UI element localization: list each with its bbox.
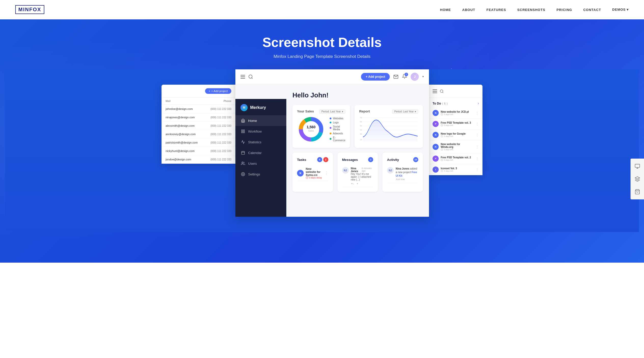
reply-icon[interactable] (351, 182, 354, 185)
sidebar-item-statistics[interactable]: Statistics (235, 137, 286, 147)
sales-title: Your Sales (297, 109, 314, 113)
settings-icon (241, 172, 245, 176)
task-name: New website for Symu.co (306, 167, 322, 176)
bottom-cards-row: Tasks 5 2 N N (292, 152, 423, 192)
todo-avatar: I (433, 167, 439, 173)
tasks-card: Tasks 5 2 N N (292, 152, 333, 192)
legend-social: Social Media (330, 125, 345, 131)
nav-menu: HOME ABOUT FEATURES SCREENSHOTS PRICING … (440, 7, 629, 12)
todo-name: Free PSD Template vol. 3 (441, 121, 473, 124)
panel-main: + Add project 2 J (235, 69, 429, 217)
legend-websites: Websites (330, 117, 345, 120)
line-chart: 700 600 500 400 300 100 (359, 115, 418, 141)
clock-small-icon (441, 159, 443, 161)
right-sidebar (630, 159, 644, 199)
avatar-dropdown-icon[interactable]: ▾ (422, 75, 424, 78)
notification-badge: 2 (405, 73, 408, 76)
hamburger-icon-right[interactable] (433, 90, 437, 93)
screenshots-section: + + Add project Mail Phone johndoe@desig… (5, 69, 639, 232)
msg-header: Nina Jones 6 minutes ago (351, 167, 373, 173)
nav-demos[interactable]: DEMOS ▾ (612, 8, 629, 11)
todo-avatar: P (433, 121, 439, 127)
screenshots-stack: + + Add project Mail Phone johndoe@desig… (177, 69, 467, 217)
search-icon[interactable] (248, 74, 253, 79)
statistics-icon (241, 140, 245, 144)
tasks-badge-red: 2 (323, 157, 328, 162)
todo-avatar: N (433, 144, 439, 150)
settings-small-icon[interactable] (356, 182, 359, 185)
mail-icon[interactable] (393, 74, 398, 79)
shopping-basket-icon[interactable] (633, 188, 641, 196)
nav-about[interactable]: ABOUT (462, 8, 475, 12)
todo-more-icon[interactable]: ⋮ (475, 145, 479, 149)
donut-area: 1,560 Sales Websites (297, 115, 345, 143)
sidebar-item-workflow[interactable]: Workflow (235, 126, 286, 137)
panel-left: + + Add project Mail Phone johndoe@desig… (162, 85, 235, 164)
layers-icon[interactable] (633, 175, 641, 183)
svg-point-0 (249, 75, 252, 78)
todo-time: 5 days left (441, 159, 473, 161)
msg-info: Nina Jones 6 minutes ago Hey You! It's m… (351, 167, 373, 185)
todo-name: New website for Windu.org (441, 143, 473, 148)
messages-header: Messages 2 (342, 157, 373, 162)
tasks-title: Tasks (297, 158, 306, 162)
clock-small-icon (441, 148, 443, 151)
todo-more-icon[interactable]: ⋮ (475, 133, 479, 137)
chevron-down-icon: ▾ (627, 8, 629, 11)
todo-more-icon[interactable]: ⋮ (475, 157, 479, 161)
msg-avatar: NJ (342, 167, 349, 174)
search-icon-right[interactable] (440, 89, 444, 93)
todo-arrow-icon[interactable]: › (478, 101, 479, 105)
task-delay: 3 days delay (306, 176, 322, 179)
main-topbar: + Add project 2 J (235, 69, 429, 84)
donut-legend: Websites Logo (330, 117, 345, 142)
sidebar-logo: M (240, 104, 248, 111)
app-content: Hello John! Your Sales Period: Last Year (286, 84, 429, 217)
left-panel-table: johndoe@design.com(000) 111 222 333ninaj… (162, 105, 235, 164)
add-project-button-main[interactable]: + Add project (361, 73, 390, 81)
nav-pricing[interactable]: PRICING (557, 8, 572, 12)
add-project-button-left[interactable]: + + Add project (205, 88, 231, 94)
user-avatar[interactable]: J (411, 73, 419, 81)
nav-home[interactable]: HOME (440, 8, 451, 12)
legend-dot (330, 118, 331, 119)
clock-small-icon (441, 113, 443, 116)
nav-contact[interactable]: CONTACT (583, 8, 601, 12)
todo-info: New logo for Google 5 days left (441, 132, 473, 137)
todo-item: N New website for JCD.pl 5 days left ⋮ (429, 108, 482, 119)
sidebar-item-home[interactable]: Home (235, 115, 286, 126)
hamburger-icon[interactable] (240, 75, 245, 79)
workflow-icon (241, 129, 245, 133)
logo[interactable]: MINFOX (15, 5, 44, 14)
sales-card: Your Sales Period: Last Year ▾ (292, 105, 350, 148)
task-more-icon[interactable]: ⋮ (324, 171, 328, 176)
todo-more-icon[interactable]: ⋮ (475, 122, 479, 126)
todo-info: New website for JCD.pl 5 days left (441, 110, 473, 116)
nav-screenshots[interactable]: SCREENSHOTS (517, 8, 545, 12)
svg-line-36 (442, 92, 443, 93)
calendar-icon (241, 151, 245, 155)
todo-more-icon[interactable]: ⋮ (475, 111, 479, 115)
monitor-icon[interactable] (633, 162, 641, 170)
task-avatar: N (297, 170, 304, 176)
sidebar-item-users[interactable]: Users (235, 158, 286, 169)
todo-list: N New website for JCD.pl 5 days left ⋮ P… (429, 108, 482, 175)
navbar: MINFOX HOME ABOUT FEATURES SCREENSHOTS P… (0, 0, 644, 19)
chevron-down-small-icon: ▾ (415, 110, 416, 113)
todo-info: New website for Windu.org 5 days left (441, 143, 473, 151)
todo-name: Iconset Vol. 3 (441, 167, 473, 170)
legend-dot (330, 122, 331, 123)
report-title: Report (359, 109, 370, 113)
svg-point-11 (242, 162, 243, 163)
svg-rect-4 (243, 130, 245, 131)
topbar-left (240, 74, 253, 79)
list-item: ninajones@design.com(000) 111 222 333 (162, 113, 235, 122)
nav-features[interactable]: FEATURES (486, 8, 506, 12)
topbar-right: + Add project 2 J (361, 73, 424, 81)
svg-text:300: 300 (360, 133, 362, 135)
sidebar-item-calendar[interactable]: Calendar (235, 147, 286, 158)
todo-more-icon[interactable]: ⋮ (475, 168, 479, 172)
sidebar-item-settings[interactable]: Settings (235, 169, 286, 180)
activity-header: Activity 10 (387, 157, 418, 162)
svg-text:600: 600 (360, 121, 362, 123)
